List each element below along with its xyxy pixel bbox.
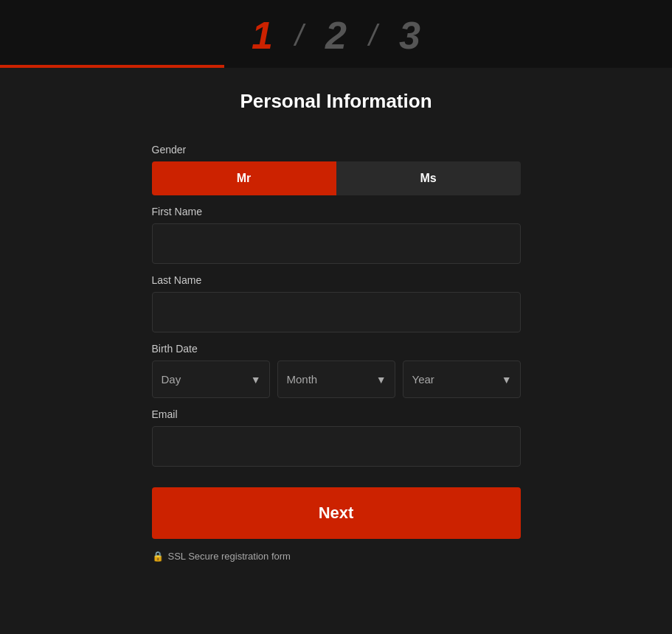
step-1: 1 [229, 13, 295, 58]
page-title: Personal Information [240, 90, 432, 113]
email-input[interactable] [152, 426, 521, 467]
main-content: Personal Information Gender Mr Ms First … [0, 68, 672, 634]
day-select[interactable]: Day [152, 360, 270, 398]
step-header: 1 / 2 / 3 [0, 0, 672, 68]
divider-1: / [295, 21, 303, 50]
lock-icon: 🔒 [152, 551, 164, 562]
birth-date-label: Birth Date [152, 343, 521, 355]
gender-ms-button[interactable]: Ms [336, 161, 521, 195]
ssl-text: SSL Secure registration form [168, 551, 291, 562]
birthdate-row: Day ▼ Month ▼ Year ▼ [152, 360, 521, 398]
gender-toggle: Mr Ms [152, 161, 521, 195]
step-2: 2 [303, 13, 369, 58]
gender-label: Gender [152, 144, 521, 156]
gender-mr-button[interactable]: Mr [152, 161, 336, 195]
next-button[interactable]: Next [152, 487, 521, 539]
year-select[interactable]: Year [403, 360, 521, 398]
email-label: Email [152, 408, 521, 420]
step-3: 3 [377, 13, 443, 58]
last-name-input[interactable] [152, 292, 521, 332]
first-name-input[interactable] [152, 223, 521, 264]
last-name-label: Last Name [152, 274, 521, 286]
step-numbers: 1 / 2 / 3 [229, 13, 443, 58]
year-select-wrapper: Year ▼ [403, 360, 521, 398]
ssl-notice: 🔒 SSL Secure registration form [152, 551, 521, 562]
divider-2: / [369, 21, 377, 50]
day-select-wrapper: Day ▼ [152, 360, 270, 398]
first-name-label: First Name [152, 206, 521, 217]
form-container: Gender Mr Ms First Name Last Name Birth … [152, 133, 521, 562]
month-select[interactable]: Month [277, 360, 395, 398]
month-select-wrapper: Month ▼ [277, 360, 395, 398]
